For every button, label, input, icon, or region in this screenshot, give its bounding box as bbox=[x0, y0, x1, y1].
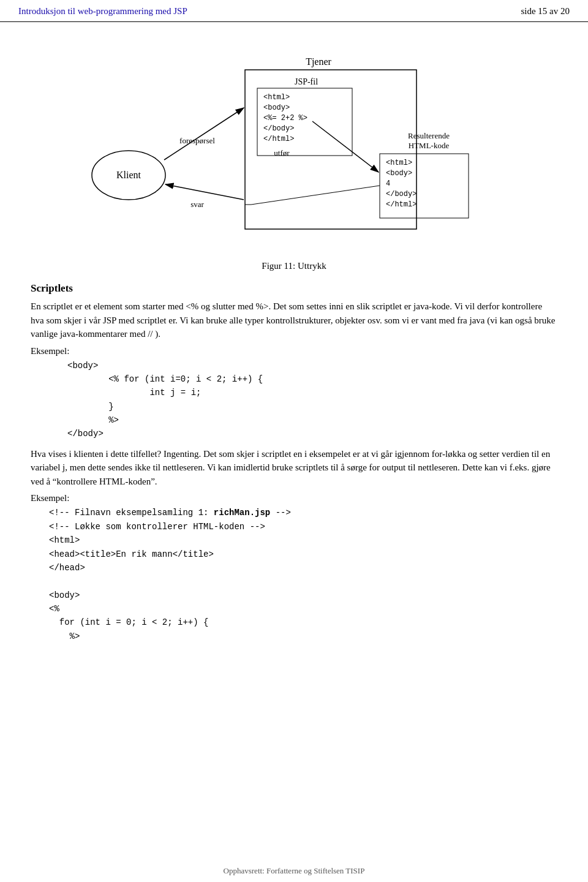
svg-line-24 bbox=[165, 184, 244, 200]
svg-text:<body>: <body> bbox=[386, 169, 412, 178]
svg-text:<body>: <body> bbox=[263, 104, 290, 112]
svg-text:</body>: </body> bbox=[263, 124, 294, 133]
diagram-svg: Tjener JSP-fil <html> <body> <%= 2+2 %> … bbox=[80, 47, 508, 255]
svg-text:<%= 2+2 %>: <%= 2+2 %> bbox=[263, 114, 307, 123]
example2-code: <!-- Filnavn eksempelsamling 1: richMan.… bbox=[49, 506, 557, 643]
footer-text: Opphavsrett: Forfatterne og Stiftelsen T… bbox=[224, 866, 365, 876]
section-para1: En scriptlet er et element som starter m… bbox=[31, 300, 557, 341]
svg-text:forespørsel: forespørsel bbox=[179, 136, 215, 145]
svg-text:</html>: </html> bbox=[263, 135, 294, 143]
example1-code: <body> <% for (int i=0; i < 2; i++) { in… bbox=[67, 359, 557, 441]
svg-text:4: 4 bbox=[386, 179, 390, 188]
main-content: Tjener JSP-fil <html> <body> <%= 2+2 %> … bbox=[0, 22, 588, 686]
svg-text:utfør: utfør bbox=[274, 148, 290, 157]
section-heading: Scriptlets bbox=[31, 282, 557, 295]
svg-line-22 bbox=[312, 121, 379, 172]
section-para2: Hva vises i klienten i dette tilfellet? … bbox=[31, 447, 557, 489]
svg-text:<html>: <html> bbox=[263, 93, 290, 102]
svg-text:Tjener: Tjener bbox=[306, 56, 331, 67]
svg-text:</body>: </body> bbox=[386, 190, 417, 198]
page-footer: Opphavsrett: Forfatterne og Stiftelsen T… bbox=[0, 866, 588, 876]
page-header: Introduksjon til web-programmering med J… bbox=[0, 0, 588, 22]
svg-text:Klient: Klient bbox=[116, 170, 141, 180]
svg-text:Resulterende: Resulterende bbox=[408, 131, 450, 140]
svg-text:svar: svar bbox=[190, 200, 204, 209]
header-page: side 15 av 20 bbox=[521, 6, 570, 17]
example1-label: Eksempel: bbox=[31, 346, 557, 356]
header-title: Introduksjon til web-programmering med J… bbox=[18, 6, 187, 17]
figure-caption: Figur 11: Uttrykk bbox=[31, 261, 557, 271]
svg-line-20 bbox=[164, 108, 244, 160]
diagram-area: Tjener JSP-fil <html> <body> <%= 2+2 %> … bbox=[31, 47, 557, 255]
svg-line-25 bbox=[251, 186, 380, 205]
svg-text:<html>: <html> bbox=[386, 159, 412, 167]
example2-label: Eksempel: bbox=[31, 493, 557, 503]
svg-text:HTML-kode: HTML-kode bbox=[409, 141, 450, 150]
svg-text:</html>: </html> bbox=[386, 200, 417, 209]
svg-text:JSP-fil: JSP-fil bbox=[295, 77, 318, 86]
